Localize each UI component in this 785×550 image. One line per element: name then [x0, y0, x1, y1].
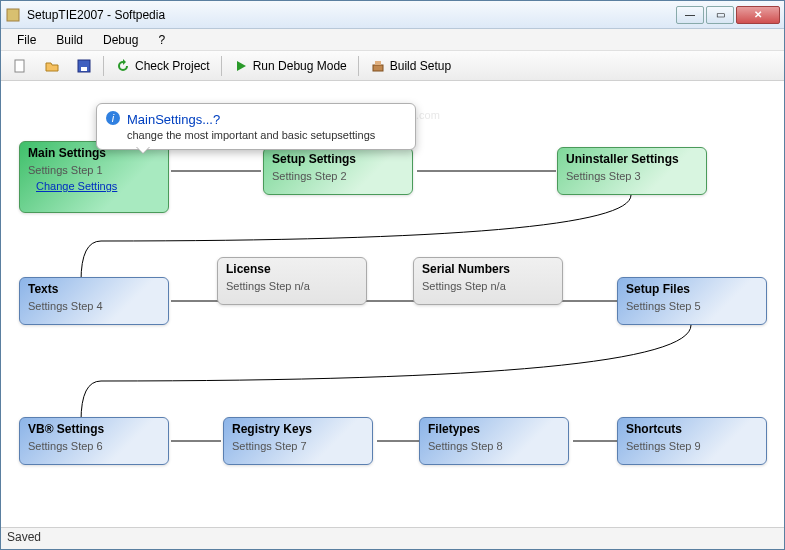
- node-shortcuts[interactable]: Shortcuts Settings Step 9: [617, 417, 767, 465]
- node-title: License: [226, 262, 358, 276]
- save-button[interactable]: [69, 54, 99, 78]
- refresh-icon: [115, 58, 131, 74]
- minimize-button[interactable]: —: [676, 6, 704, 24]
- node-subtitle: Settings Step 1: [28, 164, 160, 176]
- build-setup-button[interactable]: Build Setup: [363, 54, 458, 78]
- node-subtitle: Settings Step 8: [428, 440, 560, 452]
- play-icon: [233, 58, 249, 74]
- toolbar-separator: [221, 56, 222, 76]
- node-subtitle: Settings Step n/a: [422, 280, 554, 292]
- node-title: VB® Settings: [28, 422, 160, 436]
- check-project-label: Check Project: [135, 59, 210, 73]
- node-title: Filetypes: [428, 422, 560, 436]
- node-title: Registry Keys: [232, 422, 364, 436]
- build-icon: [370, 58, 386, 74]
- build-setup-label: Build Setup: [390, 59, 451, 73]
- run-debug-button[interactable]: Run Debug Mode: [226, 54, 354, 78]
- node-serial-numbers[interactable]: Serial Numbers Settings Step n/a: [413, 257, 563, 305]
- node-title: Setup Files: [626, 282, 758, 296]
- info-icon: i: [105, 110, 121, 129]
- close-button[interactable]: ✕: [736, 6, 780, 24]
- node-title: Uninstaller Settings: [566, 152, 698, 166]
- node-texts[interactable]: Texts Settings Step 4: [19, 277, 169, 325]
- node-title: Shortcuts: [626, 422, 758, 436]
- maximize-button[interactable]: ▭: [706, 6, 734, 24]
- node-subtitle: Settings Step 5: [626, 300, 758, 312]
- run-debug-label: Run Debug Mode: [253, 59, 347, 73]
- node-subtitle: Settings Step 6: [28, 440, 160, 452]
- svg-rect-3: [81, 67, 87, 71]
- svg-rect-4: [373, 65, 383, 71]
- titlebar: SetupTIE2007 - Softpedia — ▭ ✕: [1, 1, 784, 29]
- node-subtitle: Settings Step 4: [28, 300, 160, 312]
- node-setup-settings[interactable]: Setup Settings Settings Step 2: [263, 147, 413, 195]
- menu-help[interactable]: ?: [148, 31, 175, 49]
- node-uninstaller-settings[interactable]: Uninstaller Settings Settings Step 3: [557, 147, 707, 195]
- node-subtitle: Settings Step 7: [232, 440, 364, 452]
- node-title: Serial Numbers: [422, 262, 554, 276]
- node-subtitle: Settings Step n/a: [226, 280, 358, 292]
- node-registry-keys[interactable]: Registry Keys Settings Step 7: [223, 417, 373, 465]
- node-subtitle: Settings Step 2: [272, 170, 404, 182]
- menu-debug[interactable]: Debug: [93, 31, 148, 49]
- open-button[interactable]: [37, 54, 67, 78]
- window-title: SetupTIE2007 - Softpedia: [27, 8, 676, 22]
- tooltip-body: change the most important and basic setu…: [127, 129, 405, 141]
- tooltip-title: MainSettings...?: [127, 112, 220, 127]
- node-subtitle: Settings Step 9: [626, 440, 758, 452]
- toolbar-separator: [358, 56, 359, 76]
- svg-rect-1: [15, 60, 24, 72]
- statusbar: Saved: [1, 527, 784, 549]
- node-subtitle: Settings Step 3: [566, 170, 698, 182]
- node-setup-files[interactable]: Setup Files Settings Step 5: [617, 277, 767, 325]
- menu-file[interactable]: File: [7, 31, 46, 49]
- node-license[interactable]: License Settings Step n/a: [217, 257, 367, 305]
- node-vb-settings[interactable]: VB® Settings Settings Step 6: [19, 417, 169, 465]
- check-project-button[interactable]: Check Project: [108, 54, 217, 78]
- toolbar-separator: [103, 56, 104, 76]
- menubar: File Build Debug ?: [1, 29, 784, 51]
- node-title: Setup Settings: [272, 152, 404, 166]
- folder-open-icon: [44, 58, 60, 74]
- tooltip: i MainSettings...? change the most impor…: [96, 103, 416, 150]
- menu-build[interactable]: Build: [46, 31, 93, 49]
- svg-rect-0: [7, 9, 19, 21]
- node-title: Texts: [28, 282, 160, 296]
- toolbar: Check Project Run Debug Mode Build Setup: [1, 51, 784, 81]
- save-icon: [76, 58, 92, 74]
- window-controls: — ▭ ✕: [676, 6, 780, 24]
- new-file-icon: [12, 58, 28, 74]
- status-text: Saved: [7, 530, 41, 544]
- change-settings-link[interactable]: Change Settings: [36, 180, 160, 192]
- app-window: SetupTIE2007 - Softpedia — ▭ ✕ File Buil…: [0, 0, 785, 550]
- new-button[interactable]: [5, 54, 35, 78]
- svg-rect-5: [375, 61, 381, 65]
- app-icon: [5, 7, 21, 23]
- workflow-canvas: www.softpedia.com Main Settings Settings…: [1, 81, 784, 527]
- node-filetypes[interactable]: Filetypes Settings Step 8: [419, 417, 569, 465]
